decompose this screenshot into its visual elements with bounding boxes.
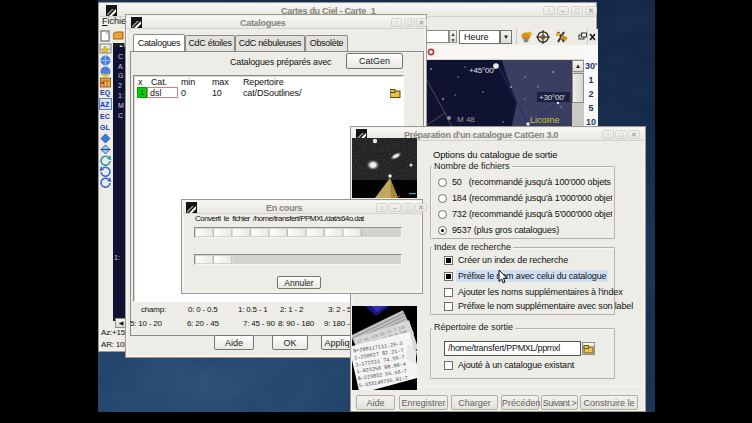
svg-text:M 48: M 48: [457, 115, 475, 124]
svg-text:EC: EC: [100, 113, 110, 120]
svg-text:EQ: EQ: [100, 89, 111, 97]
svg-text:GL: GL: [100, 124, 110, 131]
svg-text:AZ: AZ: [100, 101, 110, 108]
svg-text:G: G: [118, 72, 123, 79]
svg-text:C: C: [118, 53, 123, 60]
svg-text:A: A: [118, 63, 123, 70]
svg-text:1:: 1:: [114, 254, 120, 261]
svg-text:+45°00': +45°00': [469, 66, 495, 75]
svg-text:1:: 1:: [118, 92, 124, 99]
svg-text:2: 2: [118, 82, 122, 89]
svg-text:M: M: [118, 102, 124, 109]
svg-text:Licorne: Licorne: [530, 115, 560, 125]
svg-text:+30°00': +30°00': [539, 93, 565, 102]
svg-text:C: C: [118, 112, 123, 119]
